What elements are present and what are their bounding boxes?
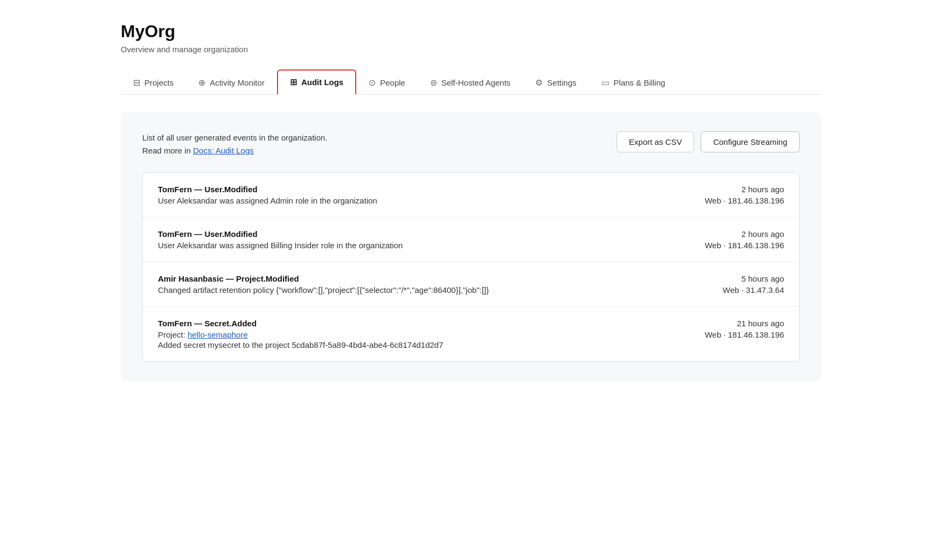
docs-link[interactable]: Docs: Audit Logs: [193, 146, 254, 155]
tab-audit-logs[interactable]: ⊞ Audit Logs: [277, 69, 356, 95]
event-description-3: Changed artifact retention policy {"work…: [158, 285, 712, 295]
event-source-1: Web · 181.46.138.196: [705, 196, 784, 205]
tab-people-label: People: [380, 78, 405, 87]
content-area: List of all user generated events in the…: [121, 112, 821, 381]
description-line1: List of all user generated events in the…: [142, 131, 328, 144]
tab-projects[interactable]: ⊟ Projects: [121, 71, 186, 94]
tab-projects-label: Projects: [144, 78, 174, 87]
self-hosted-agents-icon: ⊚: [430, 78, 437, 88]
event-link-4[interactable]: hello-semaphore: [188, 330, 248, 339]
tab-self-hosted-agents[interactable]: ⊚ Self-Hosted Agents: [418, 71, 523, 94]
tab-plans-billing-label: Plans & Billing: [614, 78, 666, 87]
tab-settings-label: Settings: [547, 78, 576, 87]
event-source-2: Web · 181.46.138.196: [705, 241, 784, 250]
events-list: TomFern — User.Modified 2 hours ago User…: [142, 172, 800, 362]
event-source-4: Web · 181.46.138.196: [705, 330, 784, 339]
description-line2: Read more in Docs: Audit Logs: [142, 144, 328, 157]
tab-audit-logs-label: Audit Logs: [301, 78, 343, 87]
event-title-3: Amir Hasanbasic — Project.Modified: [158, 274, 299, 283]
people-icon: ⊙: [369, 78, 376, 88]
audit-logs-icon: ⊞: [290, 77, 297, 87]
configure-streaming-button[interactable]: Configure Streaming: [701, 131, 800, 152]
plans-billing-icon: ▭: [601, 78, 609, 88]
event-item-1: TomFern — User.Modified 2 hours ago User…: [143, 173, 799, 218]
event-time-4: 21 hours ago: [737, 319, 784, 328]
event-time-3: 5 hours ago: [742, 274, 784, 283]
org-subtitle: Overview and manage organization: [121, 45, 821, 54]
event-description-1: User Aleksandar was assigned Admin role …: [158, 196, 694, 205]
content-description: List of all user generated events in the…: [142, 131, 328, 157]
event-description-4: Project: hello-semaphore: [158, 330, 694, 339]
tab-settings[interactable]: ⚙ Settings: [523, 71, 588, 94]
event-desc-prefix-4: Project:: [158, 330, 188, 339]
event-item-2: TomFern — User.Modified 2 hours ago User…: [143, 218, 799, 262]
export-csv-button[interactable]: Export as CSV: [617, 131, 694, 152]
event-item-3: Amir Hasanbasic — Project.Modified 5 hou…: [143, 262, 799, 307]
event-extra-4: Added secret mysecret to the project 5cd…: [158, 340, 784, 349]
settings-icon: ⚙: [535, 78, 543, 88]
event-time-1: 2 hours ago: [742, 185, 784, 194]
event-description-2: User Aleksandar was assigned Billing Ins…: [158, 241, 694, 250]
event-source-3: Web · 31.47.3.64: [723, 285, 784, 295]
org-title: MyOrg: [121, 22, 821, 41]
header-buttons: Export as CSV Configure Streaming: [617, 131, 800, 152]
tab-plans-billing[interactable]: ▭ Plans & Billing: [589, 71, 678, 94]
tab-activity-monitor-label: Activity Monitor: [210, 78, 265, 87]
activity-monitor-icon: ⊕: [198, 78, 205, 88]
event-time-2: 2 hours ago: [742, 229, 784, 239]
event-item-4: TomFern — Secret.Added 21 hours ago Proj…: [143, 307, 799, 361]
nav-tabs: ⊟ Projects ⊕ Activity Monitor ⊞ Audit Lo…: [121, 69, 821, 95]
event-title-2: TomFern — User.Modified: [158, 229, 258, 239]
content-header: List of all user generated events in the…: [142, 131, 800, 157]
projects-icon: ⊟: [133, 78, 140, 88]
tab-people[interactable]: ⊙ People: [356, 71, 418, 94]
event-title-4: TomFern — Secret.Added: [158, 319, 257, 328]
tab-activity-monitor[interactable]: ⊕ Activity Monitor: [186, 71, 277, 94]
tab-self-hosted-agents-label: Self-Hosted Agents: [441, 78, 510, 87]
event-title-1: TomFern — User.Modified: [158, 185, 258, 194]
